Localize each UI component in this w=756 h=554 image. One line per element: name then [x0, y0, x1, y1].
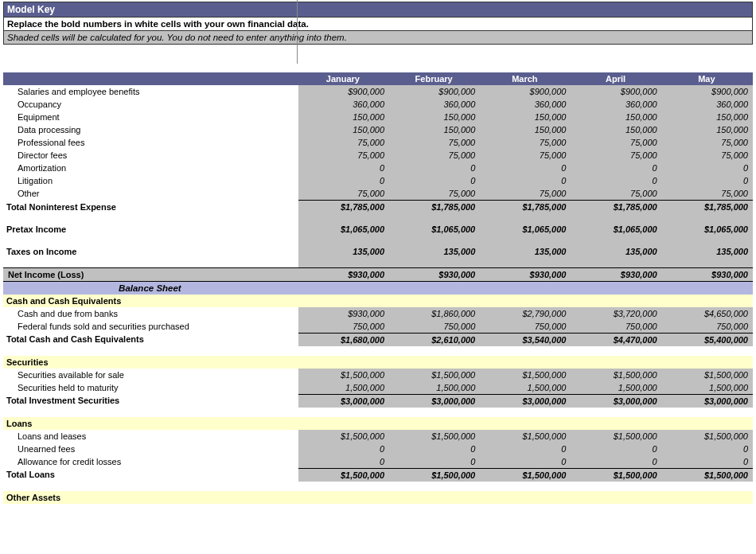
- cell-val[interactable]: 75,000: [298, 149, 389, 162]
- cell-val[interactable]: 75,000: [480, 136, 571, 149]
- cell-val[interactable]: 1,500,000: [571, 381, 661, 395]
- cell-val[interactable]: 1,500,000: [389, 381, 480, 395]
- cell-val[interactable]: $1,500,000: [298, 430, 389, 443]
- cell-val: $3,000,000: [298, 394, 389, 408]
- cell-val[interactable]: 135,000: [662, 245, 753, 258]
- cell-val: $930,000: [662, 267, 753, 281]
- cell-val[interactable]: 150,000: [389, 111, 480, 123]
- cell-label: Total Cash and Cash Equivalents: [3, 333, 298, 346]
- cell-val[interactable]: 0: [298, 174, 389, 187]
- cell-val[interactable]: 0: [480, 443, 571, 455]
- cell-val[interactable]: 150,000: [480, 123, 571, 136]
- cell-val[interactable]: 0: [389, 455, 480, 469]
- cell-val[interactable]: 0: [389, 443, 480, 455]
- cell-val[interactable]: 360,000: [571, 98, 661, 111]
- cell-val[interactable]: $930,000: [298, 307, 389, 320]
- spacer: [3, 482, 753, 491]
- cell-val[interactable]: 0: [480, 174, 571, 187]
- cell-val[interactable]: 0: [389, 162, 480, 174]
- cell-val[interactable]: 0: [571, 443, 661, 455]
- cell-val[interactable]: $1,500,000: [571, 430, 661, 443]
- cell-val[interactable]: 0: [480, 455, 571, 469]
- cell-val[interactable]: 75,000: [298, 187, 389, 201]
- cell-val[interactable]: 1,500,000: [298, 381, 389, 395]
- cell-val[interactable]: $1,500,000: [480, 430, 571, 443]
- cell-val[interactable]: 75,000: [571, 149, 661, 162]
- cell-val[interactable]: 750,000: [480, 320, 571, 334]
- cell-val[interactable]: $1,500,000: [480, 369, 571, 381]
- cell-val[interactable]: 0: [662, 443, 753, 455]
- cell-val[interactable]: 150,000: [571, 111, 661, 123]
- cell-val[interactable]: 75,000: [389, 149, 480, 162]
- cell-val[interactable]: 0: [662, 162, 753, 174]
- cell-val[interactable]: 75,000: [389, 136, 480, 149]
- cell-val[interactable]: 0: [571, 162, 661, 174]
- cell-val[interactable]: 75,000: [298, 136, 389, 149]
- cell-val[interactable]: $3,720,000: [571, 307, 661, 320]
- cell-label: Equipment: [3, 111, 298, 123]
- cell-val[interactable]: 75,000: [662, 187, 753, 201]
- cell-val[interactable]: 360,000: [389, 98, 480, 111]
- cell-val[interactable]: 0: [571, 455, 661, 469]
- cell-val[interactable]: 150,000: [389, 123, 480, 136]
- cell-val[interactable]: 750,000: [571, 320, 661, 334]
- cell-val[interactable]: 150,000: [298, 111, 389, 123]
- cell-val[interactable]: 75,000: [571, 136, 661, 149]
- cell-val[interactable]: 75,000: [480, 149, 571, 162]
- cell-val[interactable]: $900,000: [662, 85, 753, 98]
- cell-val[interactable]: 0: [298, 455, 389, 469]
- cell-val[interactable]: $1,500,000: [389, 430, 480, 443]
- cell-val[interactable]: $900,000: [389, 85, 480, 98]
- row-other-assets-hdr: Other Assets: [3, 491, 753, 504]
- cell-val[interactable]: 0: [571, 174, 661, 187]
- cell-val[interactable]: 150,000: [662, 111, 753, 123]
- cell-val[interactable]: 135,000: [389, 245, 480, 258]
- row-salaries: Salaries and employee benefits $900,000 …: [3, 85, 753, 98]
- cell-val[interactable]: 0: [662, 174, 753, 187]
- cell-val[interactable]: 360,000: [480, 98, 571, 111]
- cell-val[interactable]: $2,790,000: [480, 307, 571, 320]
- cell-val[interactable]: 75,000: [389, 187, 480, 201]
- cell-val[interactable]: $1,500,000: [571, 369, 661, 381]
- cell-val: $1,500,000: [480, 468, 571, 482]
- cell-val[interactable]: 0: [389, 174, 480, 187]
- cell-val[interactable]: 1,500,000: [480, 381, 571, 395]
- row-tot-cash: Total Cash and Cash Equivalents $1,680,0…: [3, 333, 753, 346]
- cell-val[interactable]: 150,000: [480, 111, 571, 123]
- cell-val[interactable]: 0: [662, 455, 753, 469]
- spacer: [3, 408, 753, 417]
- spacer: [3, 213, 753, 223]
- cell-val[interactable]: 150,000: [298, 123, 389, 136]
- cell-val[interactable]: $1,500,000: [298, 369, 389, 381]
- cell-val[interactable]: $1,860,000: [389, 307, 480, 320]
- cell-val[interactable]: $900,000: [571, 85, 661, 98]
- cell-val[interactable]: $1,500,000: [389, 369, 480, 381]
- cell-val[interactable]: $900,000: [298, 85, 389, 98]
- cell-val[interactable]: $1,500,000: [662, 430, 753, 443]
- cell-val[interactable]: 360,000: [298, 98, 389, 111]
- cell-val[interactable]: $4,650,000: [662, 307, 753, 320]
- cell-val[interactable]: 75,000: [662, 149, 753, 162]
- cell-val[interactable]: 75,000: [662, 136, 753, 149]
- cell-val[interactable]: 0: [298, 162, 389, 174]
- cell-val[interactable]: 0: [480, 162, 571, 174]
- cell-val[interactable]: 150,000: [571, 123, 661, 136]
- row-fedfunds: Federal funds sold and securities purcha…: [3, 320, 753, 334]
- cell-val[interactable]: 360,000: [662, 98, 753, 111]
- cell-val[interactable]: $1,500,000: [662, 369, 753, 381]
- cell-val[interactable]: 1,500,000: [662, 381, 753, 395]
- cell-val[interactable]: 135,000: [298, 245, 389, 258]
- cell-val[interactable]: $900,000: [480, 85, 571, 98]
- cell-label: Total Investment Securities: [3, 394, 298, 408]
- cell-val[interactable]: 135,000: [480, 245, 571, 258]
- cell-val[interactable]: 0: [298, 443, 389, 455]
- cell-val[interactable]: 75,000: [571, 187, 661, 201]
- cell-val[interactable]: 150,000: [662, 123, 753, 136]
- cell-val[interactable]: 750,000: [389, 320, 480, 334]
- cell-val[interactable]: 750,000: [298, 320, 389, 334]
- cell-val[interactable]: 75,000: [480, 187, 571, 201]
- cell-val[interactable]: 135,000: [571, 245, 661, 258]
- cell-val[interactable]: 750,000: [662, 320, 753, 334]
- row-tot-nonint: Total Noninterest Expense $1,785,000 $1,…: [3, 201, 753, 214]
- cell-val: $5,400,000: [662, 333, 753, 346]
